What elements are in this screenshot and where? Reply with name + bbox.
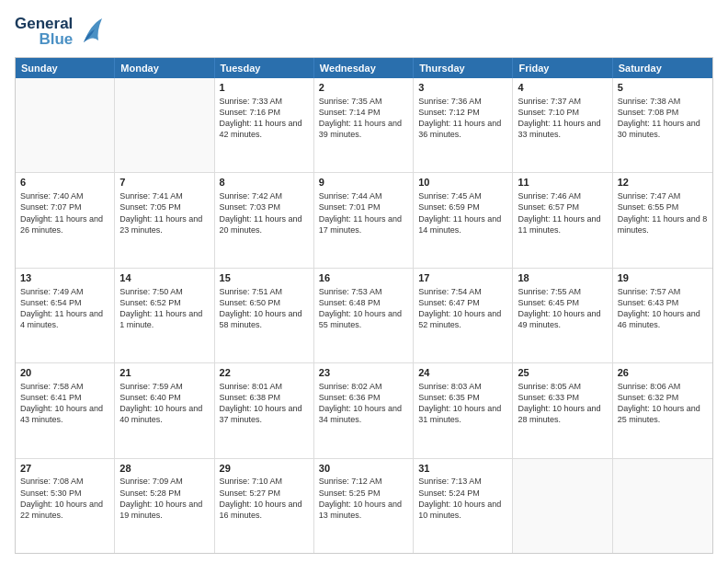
calendar-cell: 1Sunrise: 7:33 AMSunset: 7:16 PMDaylight… [215,78,314,172]
day-info: Sunset: 6:55 PM [618,201,708,213]
day-info: Sunrise: 8:01 AM [220,381,309,392]
day-info: Sunrise: 7:51 AM [220,286,309,297]
day-info: Sunset: 7:07 PM [20,201,109,213]
day-number: 3 [418,81,507,95]
day-info: Sunrise: 7:09 AM [119,476,209,487]
day-info: Sunrise: 7:58 AM [20,381,109,392]
calendar-cell: 18Sunrise: 7:55 AMSunset: 6:45 PMDayligh… [513,269,612,362]
day-info: Daylight: 10 hours and 40 minutes. [119,403,209,425]
day-number: 2 [319,81,408,95]
day-number: 10 [418,176,507,190]
day-info: Daylight: 10 hours and 52 minutes. [418,308,507,330]
day-number: 24 [418,366,507,380]
calendar-cell: 16Sunrise: 7:53 AMSunset: 6:48 PMDayligh… [314,269,414,362]
page: General Blue SundayMondayTuesdayWednesda… [0,0,728,563]
calendar: SundayMondayTuesdayWednesdayThursdayFrid… [15,57,713,554]
calendar-cell: 8Sunrise: 7:42 AMSunset: 7:03 PMDaylight… [215,173,314,267]
day-info: Daylight: 11 hours and 1 minute. [119,308,209,330]
calendar-cell: 24Sunrise: 8:03 AMSunset: 6:35 PMDayligh… [414,363,513,457]
day-info: Sunset: 5:30 PM [20,488,109,499]
day-info: Sunrise: 7:37 AM [518,96,607,107]
day-info: Sunset: 7:16 PM [220,107,309,118]
day-number: 8 [220,176,309,190]
weekday-header-tuesday: Tuesday [215,58,314,78]
day-info: Sunrise: 7:33 AM [220,96,309,107]
day-info: Sunrise: 7:57 AM [618,286,708,297]
day-number: 25 [518,366,607,380]
day-number: 16 [319,271,408,285]
calendar-cell: 28Sunrise: 7:09 AMSunset: 5:28 PMDayligh… [115,459,214,553]
calendar-cell: 12Sunrise: 7:47 AMSunset: 6:55 PMDayligh… [613,173,712,267]
day-info: Sunset: 5:24 PM [418,488,507,499]
day-info: Daylight: 11 hours and 11 minutes. [518,213,607,236]
day-number: 26 [618,366,708,380]
day-info: Daylight: 11 hours and 33 minutes. [518,118,607,140]
day-number: 15 [220,271,309,285]
calendar-cell: 9Sunrise: 7:44 AMSunset: 7:01 PMDaylight… [314,173,414,267]
day-number: 22 [220,366,309,380]
day-info: Daylight: 11 hours and 39 minutes. [319,118,408,140]
calendar-cell: 6Sunrise: 7:40 AMSunset: 7:07 PMDaylight… [16,173,115,267]
day-info: Daylight: 10 hours and 22 minutes. [20,499,109,521]
day-info: Daylight: 10 hours and 10 minutes. [418,499,507,521]
day-info: Sunset: 6:54 PM [20,297,109,308]
day-info: Sunrise: 7:12 AM [319,476,408,487]
day-info: Sunset: 6:32 PM [618,392,708,403]
day-info: Sunset: 5:25 PM [319,488,408,499]
header: General Blue [15,15,713,48]
calendar-cell: 29Sunrise: 7:10 AMSunset: 5:27 PMDayligh… [215,459,314,553]
day-info: Daylight: 11 hours and 36 minutes. [418,118,507,140]
calendar-cell: 23Sunrise: 8:02 AMSunset: 6:36 PMDayligh… [314,363,414,457]
calendar-cell: 25Sunrise: 8:05 AMSunset: 6:33 PMDayligh… [513,363,612,457]
calendar-cell: 26Sunrise: 8:06 AMSunset: 6:32 PMDayligh… [613,363,712,457]
calendar-cell: 4Sunrise: 7:37 AMSunset: 7:10 PMDaylight… [513,78,612,172]
calendar-cell: 19Sunrise: 7:57 AMSunset: 6:43 PMDayligh… [613,269,712,362]
day-info: Sunset: 7:05 PM [119,201,209,213]
day-number: 12 [618,176,708,190]
calendar-cell: 7Sunrise: 7:41 AMSunset: 7:05 PMDaylight… [115,173,214,267]
day-info: Sunset: 7:12 PM [418,107,507,118]
day-info: Daylight: 10 hours and 55 minutes. [319,308,408,330]
day-info: Daylight: 11 hours and 8 minutes. [618,213,708,236]
day-info: Sunset: 6:35 PM [418,392,507,403]
calendar-cell: 3Sunrise: 7:36 AMSunset: 7:12 PMDaylight… [414,78,513,172]
day-info: Sunrise: 7:49 AM [20,286,109,297]
day-info: Sunset: 6:47 PM [418,297,507,308]
weekday-header-thursday: Thursday [414,58,513,78]
calendar-cell: 27Sunrise: 7:08 AMSunset: 5:30 PMDayligh… [16,459,115,553]
day-info: Sunrise: 7:53 AM [319,286,408,297]
weekday-header-wednesday: Wednesday [314,58,414,78]
day-number: 1 [220,81,309,95]
day-info: Sunrise: 7:35 AM [319,96,408,107]
calendar-cell [115,78,214,172]
day-number: 23 [319,366,408,380]
calendar-cell: 30Sunrise: 7:12 AMSunset: 5:25 PMDayligh… [314,459,414,553]
day-info: Sunrise: 7:42 AM [220,190,309,201]
day-number: 6 [20,176,109,190]
day-info: Sunrise: 7:08 AM [20,476,109,487]
calendar-cell: 14Sunrise: 7:50 AMSunset: 6:52 PMDayligh… [115,269,214,362]
day-info: Sunrise: 8:02 AM [319,381,408,392]
calendar-cell: 10Sunrise: 7:45 AMSunset: 6:59 PMDayligh… [414,173,513,267]
day-number: 31 [418,462,507,476]
weekday-header-monday: Monday [115,58,214,78]
day-info: Sunset: 6:50 PM [220,297,309,308]
calendar-cell: 13Sunrise: 7:49 AMSunset: 6:54 PMDayligh… [16,269,115,362]
day-info: Daylight: 11 hours and 42 minutes. [220,118,309,140]
day-number: 14 [119,271,209,285]
weekday-header-saturday: Saturday [613,58,712,78]
day-number: 28 [119,462,209,476]
day-info: Sunset: 6:36 PM [319,392,408,403]
day-info: Sunset: 6:48 PM [319,297,408,308]
day-number: 4 [518,81,607,95]
calendar-row-5: 27Sunrise: 7:08 AMSunset: 5:30 PMDayligh… [16,458,712,553]
day-info: Daylight: 11 hours and 14 minutes. [418,213,507,236]
day-info: Sunset: 6:59 PM [418,201,507,213]
day-number: 20 [20,366,109,380]
day-info: Sunrise: 7:54 AM [418,286,507,297]
day-info: Sunset: 5:27 PM [220,488,309,499]
calendar-cell: 22Sunrise: 8:01 AMSunset: 6:38 PMDayligh… [215,363,314,457]
day-info: Daylight: 10 hours and 13 minutes. [319,499,408,521]
day-number: 13 [20,271,109,285]
day-number: 7 [119,176,209,190]
